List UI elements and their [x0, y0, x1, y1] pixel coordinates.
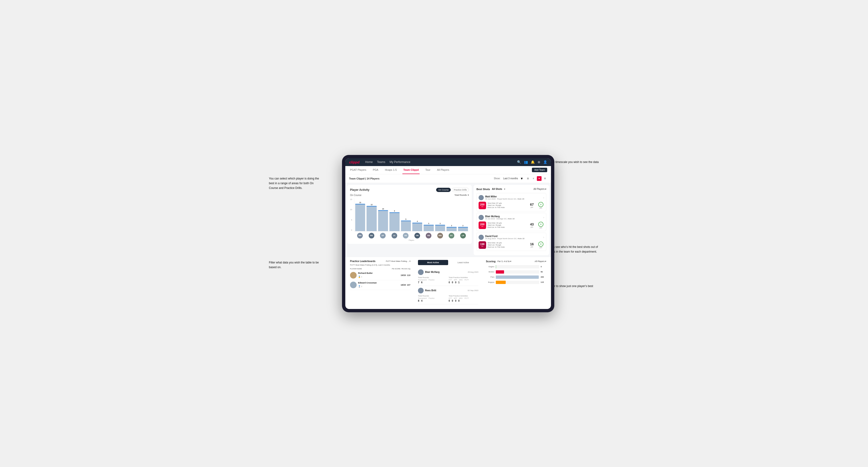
nav-home[interactable]: Home [365, 160, 373, 164]
shot-card-0[interactable]: Matt Miller 09 Jun 2023 · Royal North De… [476, 193, 546, 211]
active-rounds-0: Total Rounds TournamentPractice 7 6 [418, 276, 448, 284]
lb-filter[interactable]: PUTT Must Make Putting ... ▾ [386, 260, 410, 262]
most-active-tab[interactable]: Most Active [418, 260, 448, 265]
chart-header: On Course Total Rounds ▾ [350, 194, 469, 196]
tab-tour[interactable]: Tour [424, 166, 431, 174]
shots-header: Best Shots All Shots ▾ All Players ▾ [476, 188, 546, 191]
shot-card-2[interactable]: David Ford 24 Aug 2023 · Royal North Dev… [476, 232, 546, 251]
dropdown-icon: ▾ [521, 176, 523, 181]
active-practice-1: Total Practice Activities GTTAPPARGPUTT … [448, 295, 478, 302]
player-avatar-8: EC [446, 233, 457, 239]
bar-group-5: 4 [412, 220, 422, 231]
lb-avg-0: 110 [407, 274, 410, 276]
user-icon[interactable]: 👤 [543, 160, 547, 164]
shot-player-name-2: David Ford [485, 235, 542, 238]
avatar-6: RB [426, 233, 431, 239]
active-player-name-1: Rees Britt [425, 289, 466, 292]
shot-badge-0: 200 SG [478, 201, 486, 209]
scoring-players-filter[interactable]: All Players ▾ [534, 260, 546, 262]
active-practice-0: Total Practice Activities GTTAPPARGPUTT … [448, 276, 478, 284]
right-column: Best Shots All Shots ▾ All Players ▾ [474, 185, 549, 255]
chart-filter-dropdown[interactable]: Total Rounds ▾ [454, 194, 469, 196]
avatar-8: EC [448, 233, 454, 239]
scoring-fill-birdies [496, 270, 504, 274]
shot-zero-1: 0 yds [537, 222, 544, 228]
nav-teams[interactable]: Teams [377, 160, 385, 164]
chart-section-label: On Course [350, 194, 361, 196]
search-icon[interactable]: 🔍 [517, 160, 521, 164]
best-shots-panel: Best Shots All Shots ▾ All Players ▾ [474, 185, 549, 255]
bar-group-0: 13 [355, 201, 365, 231]
bottom-grid: Practice Leaderboards PUTT Must Make Put… [345, 257, 551, 309]
tab-pga[interactable]: PGA [372, 166, 379, 174]
shot-badge-1: 200 SG [478, 221, 486, 229]
all-players-filter[interactable]: All Players ▾ [533, 188, 546, 190]
annotation-bottom-left: Filter what data you wish the table to b… [269, 260, 321, 270]
shot-player-info-0: Matt Miller 09 Jun 2023 · Royal North De… [485, 195, 542, 200]
add-team-button[interactable]: Add Team [532, 168, 547, 172]
left-column: Player Activity On Course Practice Drill… [347, 185, 472, 255]
plus-icon[interactable]: ⊕ [537, 160, 540, 164]
tab-hcaps[interactable]: Hcaps 1-5 [384, 166, 398, 174]
scoring-val-birdies: 96 [540, 271, 546, 273]
nav-links: Home Teams My Performance [365, 160, 512, 164]
bar-5 [412, 223, 422, 231]
bar-group-9: 2 [458, 225, 468, 231]
on-course-toggle[interactable]: On Course [436, 188, 451, 192]
lb-score-1: 18/20 [401, 284, 406, 286]
settings-view-button[interactable]: ⚙ [542, 176, 547, 181]
player-avatar-4: EE [401, 233, 411, 239]
avatar-0: BM [357, 233, 363, 239]
shot-yds-2: 16 yds [528, 242, 536, 248]
shot-details-0: 200 SG Shot Dist: 67 yds Start Lie: Roug… [478, 201, 544, 209]
bar-3 [390, 212, 399, 231]
scoring-val-bogeys: 115 [540, 281, 546, 283]
shot-stats-1: Shot Dist: 43 yds Start Lie: Rough End L… [488, 222, 526, 228]
bar-7 [435, 225, 445, 231]
scoring-label-bogeys: Bogeys [486, 281, 494, 283]
shot-player-avatar-0 [478, 195, 484, 200]
shot-card-0-chevron: › [543, 196, 544, 199]
y-axis: 15 10 5 0 [350, 198, 353, 231]
player-avatar-3: JC [389, 233, 399, 239]
y-axis-val-5: 5 [351, 219, 352, 221]
nav-my-performance[interactable]: My Performance [390, 160, 410, 164]
app-logo: clippd [349, 160, 360, 164]
shot-card-1[interactable]: Blair McHarg 23 Jul 2023 · Aldridge GC, … [476, 213, 546, 231]
player-avatars: BM RB DF JC [354, 231, 469, 239]
player-avatar-1: RB [366, 233, 376, 239]
bars-column: 13 12 10 [354, 198, 469, 241]
top-navigation: clippd Home Teams My Performance 🔍 👥 🔔 ⊕… [345, 158, 551, 166]
player-avatar-5: OB [412, 233, 422, 239]
tab-team-clippd[interactable]: Team Clippd [402, 166, 420, 174]
list-view-button[interactable]: ≡ [531, 176, 536, 181]
bell-icon[interactable]: 🔔 [531, 160, 535, 164]
bar-group-3: 9 [390, 210, 399, 231]
time-filter[interactable]: Last 3 months [503, 177, 518, 180]
most-active-panel: Most Active Least Active Blair McHarg 26… [415, 257, 481, 307]
leaderboard-panel: Practice Leaderboards PUTT Must Make Put… [347, 257, 413, 307]
heart-view-button[interactable]: ♥ [537, 176, 541, 181]
tab-pgat-players[interactable]: PGAT Players [349, 166, 367, 174]
practice-drills-toggle[interactable]: Practice Drills [452, 188, 469, 192]
users-icon[interactable]: 👥 [524, 160, 528, 164]
shot-card-2-chevron: › [543, 236, 544, 239]
bar-group-1: 12 [367, 204, 376, 231]
scoring-fill-bogeys [496, 281, 506, 284]
avatar-4: EE [403, 233, 408, 239]
lb-avatar-1 [350, 282, 356, 288]
tablet-device: clippd Home Teams My Performance 🔍 👥 🔔 ⊕… [342, 155, 554, 312]
scoring-par-filter[interactable]: Par 3, 4 & 5s ▾ [497, 260, 512, 262]
sub-navigation: PGAT Players PGA Hcaps 1-5 Team Clippd T… [345, 166, 551, 174]
least-active-tab[interactable]: Least Active [448, 260, 478, 265]
scoring-label-eagles: Eagles [486, 266, 494, 268]
tab-all-players[interactable]: All Players [436, 166, 450, 174]
active-stats-1: Total Rounds TournamentPractice 8 4 [418, 295, 478, 302]
avatar-5: OB [414, 233, 420, 239]
scoring-bar-pars: Pars 499 [486, 276, 546, 279]
shot-yds-1: 43 yds [528, 222, 536, 228]
grid-view-button[interactable]: ⊞ [526, 176, 530, 181]
lb-col-pb-score: PB SCORE [392, 268, 401, 270]
all-shots-filter[interactable]: All Shots [492, 188, 502, 190]
lb-header: Practice Leaderboards PUTT Must Make Put… [350, 260, 410, 262]
